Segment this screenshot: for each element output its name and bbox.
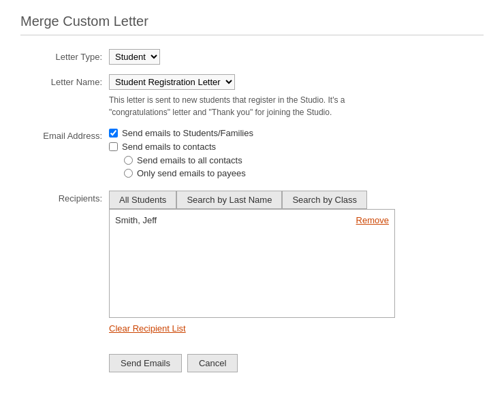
radio-all-contacts[interactable] xyxy=(124,156,133,165)
email-options-group: Send emails to all contacts Only send em… xyxy=(124,155,484,178)
send-students-row: Send emails to Students/Families xyxy=(109,128,484,138)
radio-payees-label: Only send emails to payees xyxy=(137,168,246,178)
email-address-label: Email Address: xyxy=(20,128,109,141)
clear-recipient-list-link[interactable]: Clear Recipient List xyxy=(109,323,484,334)
radio-payees[interactable] xyxy=(124,169,133,178)
radio-all-contacts-row: Send emails to all contacts xyxy=(124,155,484,165)
letter-name-label: Letter Name: xyxy=(20,74,109,87)
recipients-buttons: All Students Search by Last Name Search … xyxy=(109,191,484,209)
letter-name-select[interactable]: Student Registration Letter xyxy=(109,74,235,90)
cancel-button[interactable]: Cancel xyxy=(187,354,238,372)
letter-type-content: Student Family Contact xyxy=(109,49,484,65)
recipients-row: Recipients: All Students Search by Last … xyxy=(20,191,484,334)
remove-button[interactable]: Remove xyxy=(356,215,389,225)
radio-payees-row: Only send emails to payees xyxy=(124,168,484,178)
recipients-section: All Students Search by Last Name Search … xyxy=(109,191,484,334)
radio-all-contacts-label: Send emails to all contacts xyxy=(137,155,242,165)
recipients-label: Recipients: xyxy=(20,191,109,204)
send-contacts-label: Send emails to contacts xyxy=(122,142,216,152)
all-students-button[interactable]: All Students xyxy=(109,191,176,209)
recipient-item: Smith, Jeff Remove xyxy=(115,214,389,227)
send-emails-button[interactable]: Send Emails xyxy=(109,354,182,372)
page-title: Merge Custom Letter xyxy=(20,14,484,35)
action-buttons-row: Send Emails Cancel xyxy=(20,343,484,372)
send-contacts-row: Send emails to contacts xyxy=(109,142,484,152)
letter-name-row: Letter Name: Student Registration Letter… xyxy=(20,74,484,118)
letter-name-content: Student Registration Letter This letter … xyxy=(109,74,484,118)
action-buttons: Send Emails Cancel xyxy=(109,354,484,372)
letter-type-row: Letter Type: Student Family Contact xyxy=(20,49,484,65)
send-students-label: Send emails to Students/Families xyxy=(122,128,253,138)
letter-type-label: Letter Type: xyxy=(20,49,109,62)
email-address-row: Email Address: Send emails to Students/F… xyxy=(20,128,484,181)
email-address-content: Send emails to Students/Families Send em… xyxy=(109,128,484,181)
send-contacts-checkbox[interactable] xyxy=(109,142,118,151)
search-last-name-button[interactable]: Search by Last Name xyxy=(176,191,282,209)
recipients-box: Smith, Jeff Remove xyxy=(109,209,395,318)
send-students-checkbox[interactable] xyxy=(109,129,118,138)
search-class-button[interactable]: Search by Class xyxy=(282,191,367,209)
recipients-content: All Students Search by Last Name Search … xyxy=(109,191,484,334)
recipient-name: Smith, Jeff xyxy=(115,215,157,225)
letter-description: This letter is sent to new students that… xyxy=(109,94,402,118)
letter-type-select[interactable]: Student Family Contact xyxy=(109,49,160,65)
